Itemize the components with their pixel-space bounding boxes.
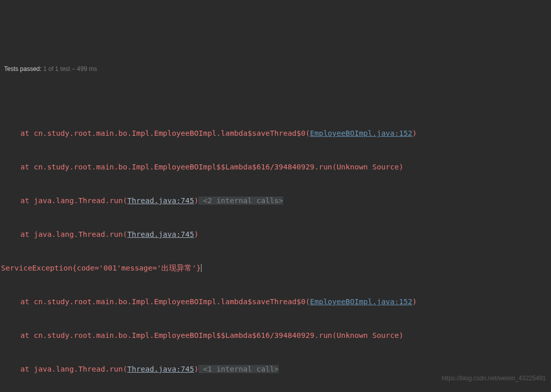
at-label: at [20, 163, 34, 171]
frame-close: ) [194, 230, 198, 238]
internal-calls-badge: <2 internal calls> [198, 197, 283, 205]
frame-text: cn.study.root.main.bo.Impl.EmployeeBOImp… [34, 331, 404, 339]
frame-close: ) [194, 365, 198, 373]
frame-close: ) [412, 129, 417, 137]
source-link[interactable]: Thread.java:745 [128, 230, 194, 238]
source-link[interactable]: EmployeeBOImpl.java:152 [310, 298, 412, 306]
tests-passed-label: Tests passed: [4, 65, 43, 72]
frame-text: java.lang.Thread.run( [34, 197, 127, 205]
console-output: at cn.study.root.main.bo.Impl.EmployeeBO… [0, 108, 551, 392]
at-label: at [20, 331, 34, 339]
exception-line: ServiceException{code='001'message='出现异常… [1, 260, 551, 277]
frame-text: java.lang.Thread.run( [34, 365, 127, 373]
internal-calls-badge: <1 internal call> [198, 365, 279, 373]
source-link[interactable]: Thread.java:745 [128, 365, 194, 373]
at-label: at [20, 298, 34, 306]
stack-frame: at java.lang.Thread.run(Thread.java:745) [1, 226, 551, 243]
stack-frame: at cn.study.root.main.bo.Impl.EmployeeBO… [1, 159, 551, 176]
at-label: at [20, 129, 34, 137]
source-link[interactable]: Thread.java:745 [128, 197, 194, 205]
stack-frame: at java.lang.Thread.run(Thread.java:745)… [1, 192, 551, 209]
source-link[interactable]: EmployeeBOImpl.java:152 [310, 129, 412, 137]
frame-text: java.lang.Thread.run( [34, 230, 127, 238]
test-status-header: Tests passed: 1 of 1 test – 499 ms [0, 65, 551, 72]
at-label: at [20, 197, 34, 205]
stack-frame: at cn.study.root.main.bo.Impl.EmployeeBO… [1, 327, 551, 344]
frame-close: ) [412, 298, 417, 306]
frame-close: ) [194, 197, 198, 205]
at-label: at [20, 365, 34, 373]
tests-time: 499 ms [77, 65, 97, 72]
tests-of-label: of 1 test – [46, 65, 77, 72]
at-label: at [20, 230, 34, 238]
frame-text: cn.study.root.main.bo.Impl.EmployeeBOImp… [34, 129, 310, 137]
watermark: https://blog.csdn.net/weixin_43225491 [442, 370, 546, 387]
service-exception: ServiceException{code='001'message='出现异常… [1, 264, 202, 272]
frame-text: cn.study.root.main.bo.Impl.EmployeeBOImp… [34, 298, 310, 306]
stack-frame: at cn.study.root.main.bo.Impl.EmployeeBO… [1, 293, 551, 310]
stack-frame: at cn.study.root.main.bo.Impl.EmployeeBO… [1, 125, 551, 142]
frame-text: cn.study.root.main.bo.Impl.EmployeeBOImp… [34, 163, 404, 171]
